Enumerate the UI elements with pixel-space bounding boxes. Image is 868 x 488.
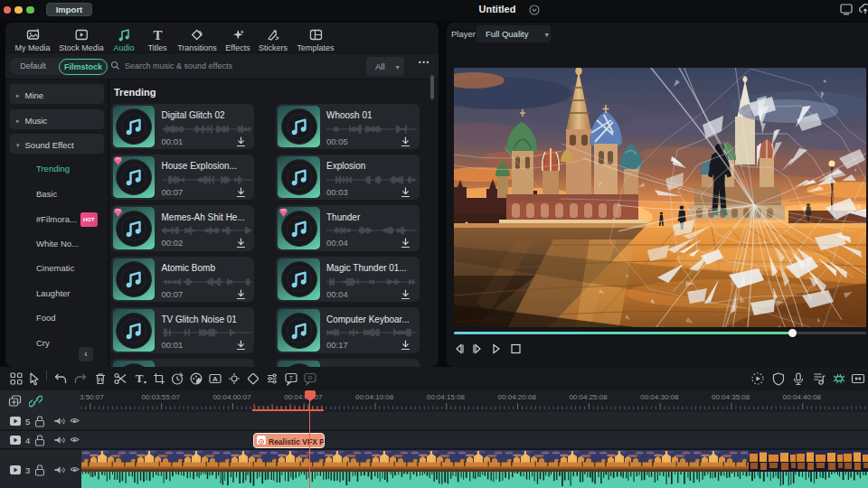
svg-text:A: A xyxy=(212,375,218,383)
svg-text:4: 4 xyxy=(25,436,30,446)
svg-text:T: T xyxy=(136,371,144,385)
svg-text:3: 3 xyxy=(25,465,30,475)
svg-text:5: 5 xyxy=(25,417,30,427)
svg-text:T: T xyxy=(289,375,294,381)
